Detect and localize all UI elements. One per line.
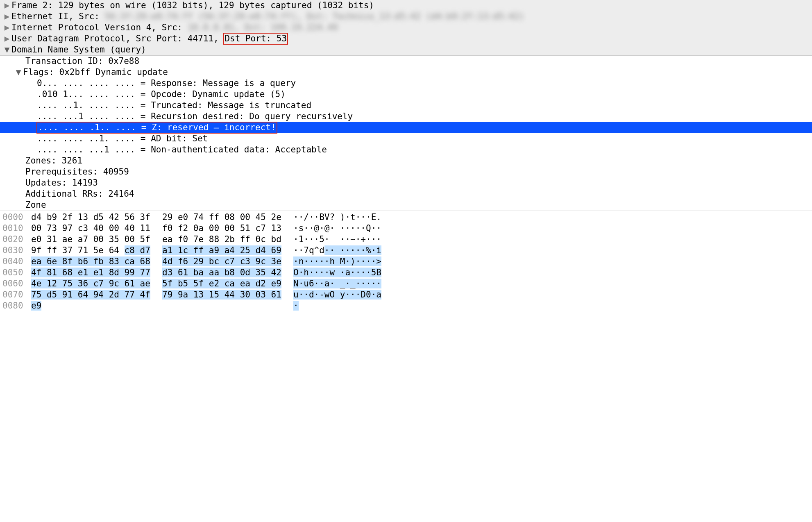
hex-gap — [150, 223, 162, 234]
flag-truncated-row[interactable]: .... ..1. .... .... = Truncated: Message… — [0, 100, 812, 111]
tree-row-ethernet[interactable]: ▶ Ethernet II, Src: 56:3f:29:e0:74:ff (5… — [0, 11, 812, 22]
hex-gap — [150, 289, 162, 300]
dns-zone-row[interactable]: Zone — [0, 200, 812, 211]
hex-ascii: O·h····w ·a····5B — [293, 267, 400, 278]
hex-bytes-left: 75 d5 91 64 94 2d 77 4f — [31, 289, 150, 300]
hex-row[interactable]: 007075 d5 91 64 94 2d 77 4f 79 9a 13 15 … — [0, 289, 812, 300]
hex-gap — [281, 256, 293, 267]
hex-bytes-right: 5f b5 5f e2 ca ea d2 e9 — [162, 278, 281, 289]
hex-offset: 0070 — [2, 289, 31, 300]
chevron-right-icon[interactable]: ▶ — [2, 0, 11, 11]
hex-row[interactable]: 0040ea 6e 8f b6 fb 83 ca 68 4d f6 29 bc … — [0, 256, 812, 267]
hex-ascii: ··/··BV? )·t···E. — [293, 212, 400, 223]
flag-rd-row[interactable]: .... ...1 .... .... = Recursion desired:… — [0, 111, 812, 122]
dns-updates: Updates: 14193 — [25, 177, 98, 188]
hex-bytes-left: 4e 12 75 36 c7 9c 61 ae — [31, 278, 150, 289]
hex-gap — [150, 212, 162, 223]
hex-offset: 0050 — [2, 267, 31, 278]
hex-row[interactable]: 00309f ff 37 71 5e 64 c8 d7 a1 1c ff a9 … — [0, 245, 812, 256]
flag-truncated: .... ..1. .... .... = Truncated: Message… — [37, 100, 311, 111]
flag-opcode-row[interactable]: .010 1... .... .... = Opcode: Dynamic up… — [0, 89, 812, 100]
hex-bytes-right: f0 f2 0a 00 00 51 c7 13 — [162, 223, 281, 234]
dns-txid-row[interactable]: Transaction ID: 0x7e88 — [0, 56, 812, 67]
flag-rd: .... ...1 .... .... = Recursion desired:… — [37, 111, 353, 122]
hex-row[interactable]: 00504f 81 68 e1 e1 8d 99 77 d3 61 ba aa … — [0, 267, 812, 278]
hex-ascii: N·u6··a· _·_····· — [293, 278, 400, 289]
dns-prereq: Prerequisites: 40959 — [25, 166, 129, 177]
hex-gap — [281, 267, 293, 278]
dns-flags-header: Flags: 0x2bff Dynamic update — [23, 67, 168, 78]
flag-z-highlight: .... .... .1.. .... = Z: reserved – inco… — [37, 122, 277, 133]
flag-z-row-selected[interactable]: .... .... .1.. .... = Z: reserved – inco… — [0, 122, 812, 133]
hex-row[interactable]: 0020e0 31 ae a7 00 35 00 5f ea f0 7e 88 … — [0, 234, 812, 245]
hex-offset: 0040 — [2, 256, 31, 267]
hex-gap — [150, 256, 162, 267]
hex-bytes-right: 29 e0 74 ff 08 00 45 2e — [162, 212, 281, 223]
hex-gap — [281, 234, 293, 245]
hex-ascii: ·n·····h M·)····> — [293, 256, 400, 267]
hex-ascii: u··d·-wO y···D0·a — [293, 289, 400, 300]
dns-prereq-row[interactable]: Prerequisites: 40959 — [0, 166, 812, 177]
chevron-down-icon[interactable]: ▼ — [14, 67, 23, 78]
chevron-right-icon[interactable]: ▶ — [2, 11, 11, 22]
hex-row[interactable]: 0080e9 · — [0, 300, 812, 311]
flag-ad-row[interactable]: .... .... ..1. .... = AD bit: Set — [0, 133, 812, 144]
dns-flags-row[interactable]: ▼ Flags: 0x2bff Dynamic update — [0, 67, 812, 78]
hex-gap — [281, 223, 293, 234]
tree-row-ipv4[interactable]: ▶ Internet Protocol Version 4, Src: 10.0… — [0, 22, 812, 33]
hex-gap — [150, 234, 162, 245]
hex-bytes-left: 9f ff 37 71 5e 64 c8 d7 — [31, 245, 150, 256]
hex-bytes-left: e0 31 ae a7 00 35 00 5f — [31, 234, 150, 245]
hex-bytes-right — [162, 300, 281, 311]
hex-row[interactable]: 001000 73 97 c3 40 00 40 11 f0 f2 0a 00 … — [0, 223, 812, 234]
hex-gap — [281, 278, 293, 289]
flag-response-row[interactable]: 0... .... .... .... = Response: Message … — [0, 78, 812, 89]
hex-gap — [281, 212, 293, 223]
dns-addl-row[interactable]: Additional RRs: 24164 — [0, 188, 812, 200]
hex-bytes-left: ea 6e 8f b6 fb 83 ca 68 — [31, 256, 150, 267]
tree-row-dns[interactable]: ▼ Domain Name System (query) — [0, 44, 812, 55]
ethernet-addresses-blurred: 56:3f:29:e0:74:ff (56:3f:29:e0:74:ff), D… — [105, 11, 524, 22]
hex-bytes-left: d4 b9 2f 13 d5 42 56 3f — [31, 212, 150, 223]
hex-bytes-left: e9 — [31, 300, 150, 311]
flag-nad-row[interactable]: .... .... ...1 .... = Non-authenticated … — [0, 144, 812, 155]
hex-gap — [281, 289, 293, 300]
dns-updates-row[interactable]: Updates: 14193 — [0, 177, 812, 188]
hex-row[interactable]: 0000d4 b9 2f 13 d5 42 56 3f 29 e0 74 ff … — [0, 212, 812, 223]
hex-ascii: ·1···5·_ ··~·+··· — [293, 234, 400, 245]
hex-bytes-right: 79 9a 13 15 44 30 03 61 — [162, 289, 281, 300]
hex-gap — [150, 278, 162, 289]
hex-bytes-left: 4f 81 68 e1 e1 8d 99 77 — [31, 267, 150, 278]
hex-bytes-right: d3 61 ba aa b8 0d 35 42 — [162, 267, 281, 278]
tree-row-udp[interactable]: ▶ User Datagram Protocol, Src Port: 4471… — [0, 33, 812, 44]
hex-gap — [281, 300, 293, 311]
hex-ascii: ·s··@·@· ·····Q·· — [293, 223, 400, 234]
hex-offset: 0030 — [2, 245, 31, 256]
hex-offset: 0010 — [2, 223, 31, 234]
hex-row[interactable]: 00604e 12 75 36 c7 9c 61 ae 5f b5 5f e2 … — [0, 278, 812, 289]
dns-header: Domain Name System (query) — [11, 44, 146, 55]
dns-zone: Zone — [25, 200, 46, 211]
hex-offset: 0060 — [2, 278, 31, 289]
udp-dst-port-highlight: Dst Port: 53 — [224, 33, 288, 44]
hex-gap — [150, 300, 162, 311]
tree-row-frame[interactable]: ▶ Frame 2: 129 bytes on wire (1032 bits)… — [0, 0, 812, 11]
flag-response: 0... .... .... .... = Response: Message … — [37, 78, 296, 89]
hex-offset: 0020 — [2, 234, 31, 245]
dns-txid: Transaction ID: 0x7e88 — [25, 56, 139, 67]
hex-bytes-right: a1 1c ff a9 a4 25 d4 69 — [162, 245, 281, 256]
hex-gap — [150, 245, 162, 256]
flag-nad: .... .... ...1 .... = Non-authenticated … — [37, 144, 327, 155]
hex-ascii: ··7q^d·· ·····%·i — [293, 245, 400, 256]
chevron-right-icon[interactable]: ▶ — [2, 33, 11, 44]
chevron-down-icon[interactable]: ▼ — [2, 44, 11, 55]
chevron-right-icon[interactable]: ▶ — [2, 22, 11, 33]
hex-bytes-right: ea f0 7e 88 2b ff 0c bd — [162, 234, 281, 245]
hex-bytes-right: 4d f6 29 bc c7 c3 9c 3e — [162, 256, 281, 267]
flag-opcode: .010 1... .... .... = Opcode: Dynamic up… — [37, 89, 286, 100]
hex-dump-pane[interactable]: 0000d4 b9 2f 13 d5 42 56 3f 29 e0 74 ff … — [0, 211, 812, 311]
ipv4-addresses-blurred: 10.0.0.81, Dst: 199.19.224.49 — [188, 22, 338, 33]
flag-ad: .... .... ..1. .... = AD bit: Set — [37, 133, 208, 144]
dns-zones-row[interactable]: Zones: 3261 — [0, 155, 812, 166]
udp-prefix: User Datagram Protocol, Src Port: 44711, — [11, 33, 224, 44]
